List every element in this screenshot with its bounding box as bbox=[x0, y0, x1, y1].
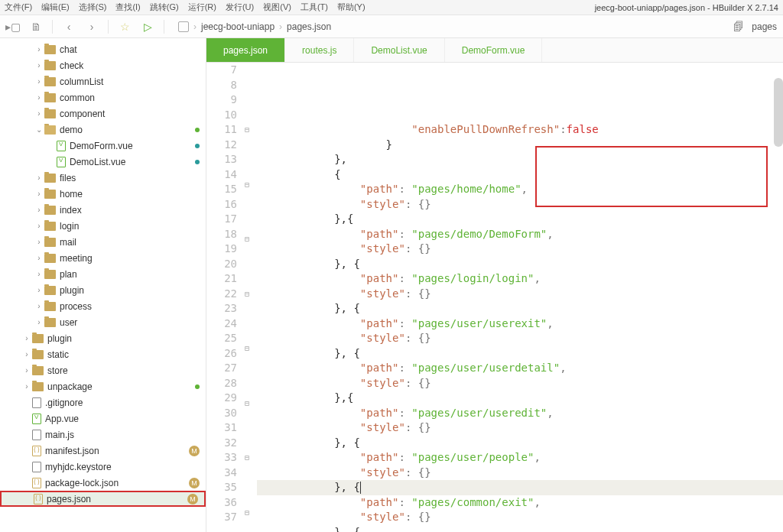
code-line[interactable]: "path": "pages/home/home", bbox=[257, 182, 783, 197]
code-line[interactable]: "style": {} bbox=[257, 510, 783, 525]
code-line[interactable]: "path": "pages/user/userdetail", bbox=[257, 361, 783, 376]
run-icon[interactable]: ▷ bbox=[141, 20, 154, 34]
editor-tab[interactable]: DemoList.vue bbox=[354, 38, 444, 62]
code-line[interactable]: "style": {} bbox=[257, 466, 783, 481]
code-line[interactable]: }, { bbox=[257, 436, 783, 451]
code-line[interactable]: }, { bbox=[257, 480, 783, 495]
chevron-icon[interactable]: › bbox=[34, 318, 44, 326]
chevron-icon[interactable]: › bbox=[21, 334, 32, 342]
code-line[interactable]: }, { bbox=[257, 346, 783, 362]
file-explorer[interactable]: ›chat›check›columnList›common›component⌄… bbox=[0, 38, 206, 532]
forward-icon[interactable]: › bbox=[85, 20, 99, 34]
new-file-icon[interactable]: ▸▢ bbox=[6, 20, 20, 34]
code-line[interactable]: "style": {} bbox=[257, 376, 783, 391]
chevron-icon[interactable]: › bbox=[34, 270, 44, 278]
folder-item[interactable]: ›unpackage bbox=[0, 378, 206, 394]
code-line[interactable]: }, bbox=[257, 152, 783, 167]
chevron-icon[interactable]: › bbox=[34, 174, 44, 182]
menu-item[interactable]: 工具(T) bbox=[301, 2, 328, 11]
code-line[interactable]: "path": "pages/common/exit", bbox=[257, 495, 783, 511]
file-item[interactable]: pages.jsonM bbox=[0, 491, 206, 507]
folder-item[interactable]: ⌄demo bbox=[0, 122, 206, 138]
editor-tab[interactable]: routes.js bbox=[285, 38, 354, 62]
file-item[interactable]: App.vue bbox=[0, 410, 206, 427]
folder-item[interactable]: ›plugin bbox=[0, 330, 206, 346]
folder-item[interactable]: ›chat bbox=[0, 41, 206, 57]
folder-item[interactable]: ›check bbox=[0, 57, 206, 73]
folder-item[interactable]: ›mail bbox=[0, 234, 206, 250]
chevron-icon[interactable]: › bbox=[34, 222, 44, 230]
chevron-icon[interactable]: ⌄ bbox=[34, 125, 44, 134]
folder-item[interactable]: ›meeting bbox=[0, 250, 206, 266]
file-item[interactable]: DemoList.vue bbox=[0, 154, 206, 170]
chevron-icon[interactable]: › bbox=[21, 366, 32, 375]
file-item[interactable]: main.js bbox=[0, 427, 206, 443]
folder-item[interactable]: ›files bbox=[0, 170, 206, 186]
code-line[interactable]: "path": "pages/user/userexit", bbox=[257, 316, 783, 332]
code-line[interactable]: "path": "pages/demo/DemoForm", bbox=[257, 227, 783, 242]
code-line[interactable]: } bbox=[257, 138, 783, 153]
chevron-icon[interactable]: › bbox=[34, 93, 44, 102]
code-line[interactable]: "style": {} bbox=[257, 242, 783, 257]
code-line[interactable]: "style": {} bbox=[257, 420, 783, 436]
code-line[interactable]: "path": "pages/login/login", bbox=[257, 271, 783, 287]
crumb-file[interactable]: pages.json bbox=[287, 21, 331, 32]
file-item[interactable]: DemoForm.vue bbox=[0, 138, 206, 154]
menu-item[interactable]: 发行(U) bbox=[226, 2, 254, 11]
folder-item[interactable]: ›component bbox=[0, 105, 206, 122]
chevron-icon[interactable]: › bbox=[34, 254, 44, 262]
code-line[interactable]: "style": {} bbox=[257, 331, 783, 346]
editor-tab[interactable]: DemoForm.vue bbox=[445, 38, 543, 62]
outline-icon[interactable]: 🗐 bbox=[732, 20, 746, 34]
file-item[interactable]: myhjdc.keystore bbox=[0, 459, 206, 475]
chevron-icon[interactable]: › bbox=[34, 45, 44, 54]
menu-item[interactable]: 视图(V) bbox=[263, 2, 291, 11]
code-line[interactable]: "path": "pages/user/useredit", bbox=[257, 406, 783, 421]
chevron-icon[interactable]: › bbox=[34, 77, 44, 86]
folder-item[interactable]: ›static bbox=[0, 346, 206, 362]
code-line[interactable]: "path": "pages/user/people", bbox=[257, 450, 783, 466]
folder-item[interactable]: ›common bbox=[0, 89, 206, 105]
code-line[interactable]: }, { bbox=[257, 257, 783, 272]
chevron-icon[interactable]: › bbox=[34, 238, 44, 246]
menu-item[interactable]: 跳转(G) bbox=[150, 2, 179, 11]
menu-item[interactable]: 编辑(E) bbox=[41, 2, 70, 11]
chevron-icon[interactable]: › bbox=[34, 286, 44, 294]
folder-item[interactable]: ›login bbox=[0, 218, 206, 234]
menu-item[interactable]: 运行(R) bbox=[188, 2, 216, 11]
favorite-icon[interactable]: ☆ bbox=[118, 20, 132, 34]
crumb-project[interactable]: jeecg-boot-uniapp bbox=[201, 21, 275, 32]
chevron-icon[interactable]: › bbox=[21, 382, 32, 391]
chevron-icon[interactable]: › bbox=[21, 350, 32, 358]
code-line[interactable]: "style": {} bbox=[257, 287, 783, 302]
folder-item[interactable]: ›columnList bbox=[0, 73, 206, 89]
code-editor[interactable]: 7891011121314151617181920212223242526272… bbox=[206, 63, 783, 532]
folder-item[interactable]: ›plan bbox=[0, 266, 206, 282]
code-line[interactable]: }, { bbox=[257, 301, 783, 316]
menu-item[interactable]: 帮助(Y) bbox=[337, 2, 366, 11]
code-line[interactable]: }, { bbox=[257, 525, 783, 533]
menu-item[interactable]: 查找(I) bbox=[115, 2, 140, 11]
code-line[interactable]: "enablePullDownRefresh":false bbox=[257, 122, 783, 138]
editor-tab[interactable]: pages.json bbox=[206, 38, 285, 62]
menu-item[interactable]: 文件(F) bbox=[5, 2, 32, 11]
folder-item[interactable]: ›store bbox=[0, 362, 206, 378]
code-line[interactable]: { bbox=[257, 167, 783, 183]
file-item[interactable]: .gitignore bbox=[0, 394, 206, 410]
chevron-icon[interactable]: › bbox=[34, 61, 44, 70]
folder-item[interactable]: ›home bbox=[0, 186, 206, 202]
back-icon[interactable]: ‹ bbox=[62, 20, 76, 34]
code-line[interactable]: "style": {} bbox=[257, 197, 783, 212]
folder-item[interactable]: ›index bbox=[0, 202, 206, 218]
folder-item[interactable]: ›plugin bbox=[0, 282, 206, 298]
menu-item[interactable]: 选择(S) bbox=[79, 2, 107, 11]
folder-item[interactable]: ›process bbox=[0, 298, 206, 314]
chevron-icon[interactable]: › bbox=[34, 206, 44, 214]
file-item[interactable]: manifest.jsonM bbox=[0, 443, 206, 459]
chevron-icon[interactable]: › bbox=[34, 302, 44, 310]
folder-item[interactable]: ›user bbox=[0, 314, 206, 330]
chevron-icon[interactable]: › bbox=[34, 190, 44, 198]
file-item[interactable]: package-lock.jsonM bbox=[0, 475, 206, 491]
code-line[interactable]: },{ bbox=[257, 212, 783, 227]
chevron-icon[interactable]: › bbox=[34, 109, 44, 118]
